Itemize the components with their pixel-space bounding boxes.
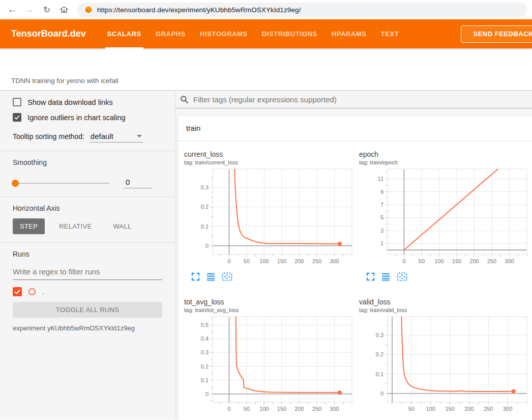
fit-domain-icon[interactable] [397, 272, 407, 281]
experiment-title-bar: TDNN training for yesno with icefall [0, 48, 532, 91]
chart-title: epoch [359, 150, 528, 159]
svg-text:300: 300 [330, 258, 339, 264]
line-chart-epoch[interactable]: 0501001502002503001357911 [359, 167, 530, 269]
svg-text:100: 100 [259, 406, 269, 412]
svg-text:150: 150 [277, 258, 286, 264]
checkbox-label: Show data download links [27, 98, 113, 106]
svg-text:7: 7 [380, 202, 383, 208]
run-row: . [13, 287, 162, 296]
svg-text:1: 1 [380, 240, 383, 246]
svg-text:0: 0 [380, 390, 383, 397]
search-icon [180, 95, 189, 104]
send-feedback-button[interactable]: SEND FEEDBACK [461, 25, 532, 43]
experiment-title: TDNN training for yesno with icefall [11, 77, 119, 85]
tag-filter-row [175, 91, 532, 108]
line-chart-valid_loss[interactable]: 5010015020025030000.10.20.3 [359, 315, 530, 416]
experiment-id-label: experiment yKUbhb5wRmOSXYkId1z9eg [13, 324, 162, 332]
checkbox-checked-icon[interactable] [13, 113, 21, 122]
svg-text:50: 50 [419, 258, 425, 264]
svg-text:0: 0 [227, 258, 230, 264]
chart-card-current_loss: current_losstag: train/current_loss05010… [178, 141, 353, 289]
svg-text:100: 100 [426, 406, 435, 412]
chart-tag: tag: train/tot_avg_loss [184, 306, 353, 314]
svg-text:250: 250 [312, 406, 321, 412]
chart-title: tot_avg_loss [184, 298, 353, 306]
smoothing-value[interactable]: 0 [124, 178, 152, 188]
brand-title: TensorBoard.dev [11, 29, 86, 39]
svg-text:0.2: 0.2 [201, 363, 209, 370]
chart-title: valid_loss [359, 298, 528, 306]
svg-text:200: 200 [294, 406, 304, 412]
expand-chart-icon[interactable] [366, 272, 375, 281]
tab-graphs[interactable]: GRAPHS [149, 19, 193, 48]
tooltip-sorting-dropdown[interactable]: default [90, 132, 143, 143]
slider-thumb[interactable] [12, 180, 19, 187]
log-scale-icon[interactable] [381, 272, 390, 281]
svg-text:250: 250 [312, 258, 321, 264]
smoothing-slider[interactable] [13, 183, 109, 184]
chart-title: current_loss [184, 150, 353, 159]
tooltip-sorting-value: default [91, 132, 130, 141]
tab-scalars[interactable]: SCALARS [100, 19, 149, 48]
toggle-all-runs-button[interactable]: TOGGLE ALL RUNS [13, 302, 162, 318]
home-icon[interactable] [57, 3, 71, 17]
svg-text:300: 300 [505, 258, 514, 264]
tab-text[interactable]: TEXT [374, 19, 406, 48]
runs-filter-input[interactable] [13, 264, 162, 280]
tab-distributions[interactable]: DISTRIBUTIONS [255, 19, 324, 48]
line-chart-current_loss[interactable]: 05010015020025030000.10.20.3 [184, 167, 355, 269]
tooltip-sorting-label: Tooltip sorting method: [13, 132, 84, 141]
svg-text:200: 200 [464, 406, 474, 412]
address-bar[interactable]: https://tensorboard.dev/experiment/yKUbh… [77, 3, 527, 17]
svg-text:0.3: 0.3 [201, 349, 209, 355]
chart-card-valid_loss: valid_losstag: train/valid_loss501001502… [353, 289, 528, 419]
tag-group-header[interactable]: train [178, 116, 532, 141]
runs-section: Runs . TOGGLE ALL RUNS experiment yKUbhb… [0, 250, 175, 340]
svg-text:0.2: 0.2 [376, 351, 383, 357]
sidebar-checkboxes: Show data download linksIgnore outliers … [13, 98, 162, 122]
forward-icon[interactable]: → [22, 3, 37, 17]
tag-filter-input[interactable] [193, 95, 532, 104]
svg-text:300: 300 [330, 406, 339, 412]
tensorboard-favicon [84, 6, 93, 14]
svg-text:300: 300 [503, 406, 512, 412]
axis-option-relative[interactable]: RELATIVE [52, 218, 99, 234]
checkbox-row[interactable]: Show data download links [13, 98, 162, 106]
dashboard-main: train current_losstag: train/current_los… [175, 91, 532, 419]
svg-text:0.1: 0.1 [201, 377, 209, 383]
url-text: https://tensorboard.dev/experiment/yKUbh… [97, 6, 301, 14]
svg-text:0.1: 0.1 [201, 223, 209, 230]
chart-tag: tag: train/current_loss [184, 159, 353, 166]
run-checkbox[interactable] [13, 287, 22, 296]
svg-text:50: 50 [244, 258, 250, 264]
browser-toolbar: ← → ↻ https://tensorboard.dev/experiment… [0, 0, 532, 19]
horizontal-axis-section: Horizontal Axis STEPRELATIVEWALL [0, 204, 175, 243]
line-chart-tot_avg_loss[interactable]: 05010015020025030000.10.20.30.40.5 [184, 315, 355, 416]
expand-chart-icon[interactable] [191, 272, 200, 281]
horizontal-axis-label: Horizontal Axis [13, 204, 162, 212]
tab-histograms[interactable]: HISTOGRAMS [193, 19, 255, 48]
chart-card-epoch: epochtag: train/epoch0501001502002503001… [353, 141, 528, 289]
axis-option-wall[interactable]: WALL [106, 218, 138, 234]
reload-icon[interactable]: ↻ [40, 3, 54, 17]
charts-grid: current_losstag: train/current_loss05010… [178, 141, 532, 419]
settings-sidebar: Show data download linksIgnore outliers … [0, 91, 175, 419]
svg-text:0: 0 [227, 406, 230, 412]
axis-option-step[interactable]: STEP [13, 218, 45, 234]
checkbox-unchecked-icon[interactable] [13, 98, 21, 106]
svg-text:9: 9 [380, 189, 383, 195]
log-scale-icon[interactable] [206, 272, 215, 281]
fit-domain-icon[interactable] [222, 272, 232, 281]
tab-hparams[interactable]: HPARAMS [324, 19, 374, 48]
smoothing-section: Smoothing 0 [0, 158, 175, 197]
checkbox-label: Ignore outliers in chart scaling [27, 114, 126, 122]
runs-label: Runs [13, 250, 162, 258]
smoothing-label: Smoothing [13, 158, 162, 166]
svg-text:5: 5 [380, 214, 383, 220]
chart-tag: tag: train/valid_loss [359, 306, 528, 314]
checkbox-row[interactable]: Ignore outliers in chart scaling [13, 113, 162, 122]
tag-group-card: train current_losstag: train/current_los… [178, 116, 532, 419]
back-icon[interactable]: ← [5, 3, 19, 17]
svg-text:0: 0 [402, 258, 405, 264]
svg-text:150: 150 [452, 258, 461, 264]
